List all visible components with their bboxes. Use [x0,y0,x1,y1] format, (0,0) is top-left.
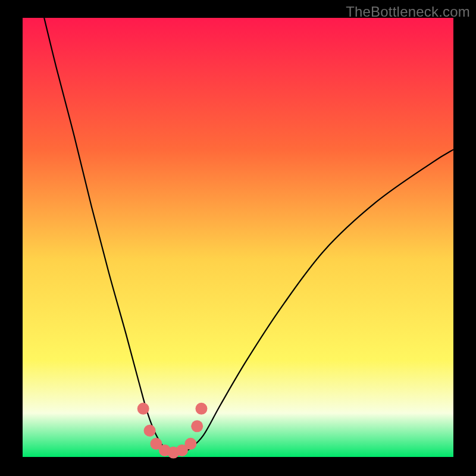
curve-marker [144,425,156,437]
curve-marker [137,403,149,415]
bottleneck-chart [0,0,476,476]
chart-stage: TheBottleneck.com [0,0,476,476]
curve-marker [195,403,207,415]
curve-marker [191,420,203,432]
plot-area [23,18,453,457]
curve-marker [184,438,196,450]
watermark-text: TheBottleneck.com [346,4,470,20]
